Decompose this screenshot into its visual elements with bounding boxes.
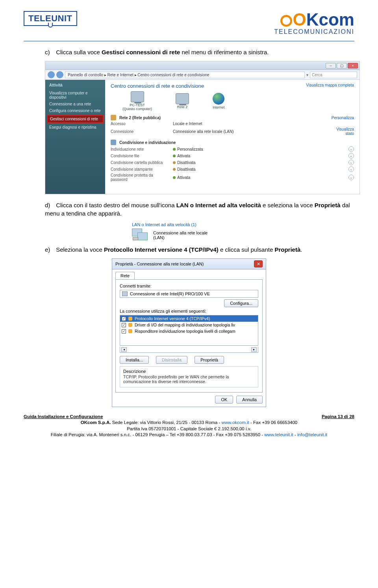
close-button[interactable]: ✕ (254, 260, 263, 267)
protocol-icon (128, 323, 132, 327)
breadcrumb[interactable]: Pannello di controllo ▸ Rete e Internet … (65, 72, 305, 78)
sharing-heading: Condivisione e individuazione (119, 140, 176, 145)
expand-button[interactable]: ⌄ (348, 160, 354, 165)
adapter-field: Connessione di rete Intel(R) PRO/100 VE (120, 290, 258, 298)
items-label: La connessione utilizza gli elementi seg… (120, 309, 258, 313)
install-button[interactable]: Installa... (120, 356, 149, 364)
footer-page-number: Pagina 13 di 28 (322, 414, 354, 419)
okcom-logo: OKcom TELECOMUNICAZIONI (274, 11, 354, 35)
window-titlebar: – ▢ × (45, 61, 359, 70)
expand-button[interactable]: ⌄ (348, 175, 354, 180)
screenshot-network-center: – ▢ × Pannello di controllo ▸ Rete e Int… (45, 61, 360, 194)
instruction-e: e) Seleziona la voce Protocollo Internet… (45, 246, 354, 254)
network-icon (176, 93, 189, 104)
okcom-link[interactable]: www.okcom.it (222, 420, 249, 425)
list-item-tcpip4[interactable]: ✓Protocollo Internet versione 4 (TCP/IPv… (120, 315, 258, 322)
cancel-button[interactable]: Annulla (236, 396, 263, 404)
lan-connection-label: Connessione alla rete locale (LAN) (153, 230, 208, 240)
tab-network[interactable]: Rete (115, 272, 135, 279)
protocol-icon (128, 317, 132, 321)
teleunit-mail-link[interactable]: info@teleunit.it (297, 432, 327, 437)
page-footer: Guida Installazione e Configurazione Pag… (24, 414, 354, 438)
description-label: Descrizione (123, 369, 255, 374)
sidebar-item[interactable]: Configura connessione o rete (49, 107, 101, 114)
close-button[interactable]: × (348, 63, 358, 68)
globe-icon (213, 93, 224, 105)
computer-icon (131, 91, 144, 102)
footer-doc-title: Guida Installazione e Configurazione (24, 414, 103, 419)
list-item[interactable]: ✓Risponditore individuazione topologia l… (120, 328, 258, 334)
back-button[interactable] (48, 71, 55, 78)
maximize-button[interactable]: ▢ (337, 63, 347, 68)
node-pc: PC-TEST (Questo computer) (122, 91, 152, 111)
expand-button[interactable]: ⌄ (348, 166, 354, 172)
header-rule (24, 41, 354, 41)
node-network: Rete 2 (176, 93, 189, 109)
description-text: TCP/IP. Protocollo predefinito per le WA… (123, 374, 255, 384)
ok-button[interactable]: OK (215, 396, 233, 404)
sidebar-item[interactable]: Esegui diagnosi e ripristina (49, 124, 101, 131)
sidebar-item[interactable]: Connessione a una rete (49, 101, 101, 107)
page-header: TELEUNIT OKcom TELECOMUNICAZIONI (24, 11, 354, 35)
teleunit-logo: TELEUNIT (24, 11, 77, 26)
personalize-link[interactable]: Personalizza (332, 116, 354, 120)
minimize-button[interactable]: – (326, 63, 336, 68)
adapter-icon (122, 291, 128, 296)
scroll-right-button[interactable]: ▸ (251, 347, 257, 352)
ring-icon (280, 15, 292, 27)
teleunit-site-link[interactable]: www.teleunit.it (264, 432, 293, 437)
sharing-icon (111, 140, 116, 145)
view-full-map-link[interactable]: Visualizza mappa completa (306, 83, 354, 87)
tasks-sidebar: Attività Visualizza computer e dispositi… (45, 80, 105, 194)
uninstall-button: Disinstalla (156, 356, 187, 364)
properties-button[interactable]: Proprietà (195, 356, 224, 364)
group-header: LAN o Internet ad alta velocità (1) (132, 222, 246, 227)
scroll-left-button[interactable]: ◂ (121, 347, 127, 352)
connect-via-label: Connetti tramite: (120, 284, 258, 288)
list-item[interactable]: ✓Driver di I/O del mapping di individuaz… (120, 322, 258, 328)
screenshot-lan-icon: LAN o Internet ad alta velocità (1) Conn… (132, 222, 246, 242)
sidebar-header: Attività (49, 83, 101, 87)
expand-button[interactable]: ⌄ (348, 146, 354, 152)
expand-button[interactable]: ⌄ (348, 153, 354, 159)
protocol-list[interactable]: ✓Protocollo Internet versione 4 (TCP/IPv… (120, 315, 258, 346)
node-internet: Internet (213, 93, 225, 109)
screenshot-properties-dialog: Proprietà - Connessione alla rete locale… (112, 258, 266, 407)
sidebar-item-manage-connections[interactable]: Gestisci connessioni di rete (47, 115, 104, 123)
sidebar-item[interactable]: Visualizza computer e dispositivi (49, 90, 101, 101)
network-badge-icon (111, 115, 116, 120)
network-name: Rete 2 (Rete pubblica) (119, 116, 328, 120)
instruction-c: c) Clicca sulla voce Gestisci connession… (45, 48, 354, 56)
forward-button[interactable] (56, 71, 63, 78)
instruction-d: d) Clicca con il tasto destro del mouse … (45, 201, 354, 218)
lan-connection-icon[interactable] (132, 229, 150, 242)
view-status-link[interactable]: Visualizza stato (330, 127, 354, 136)
main-panel: Visualizza mappa completa Centro conness… (105, 80, 359, 194)
search-input[interactable]: Cerca (310, 72, 357, 78)
dialog-title: Proprietà - Connessione alla rete locale… (115, 262, 204, 266)
protocol-icon (128, 329, 132, 333)
configure-button[interactable]: Configura... (224, 299, 258, 307)
